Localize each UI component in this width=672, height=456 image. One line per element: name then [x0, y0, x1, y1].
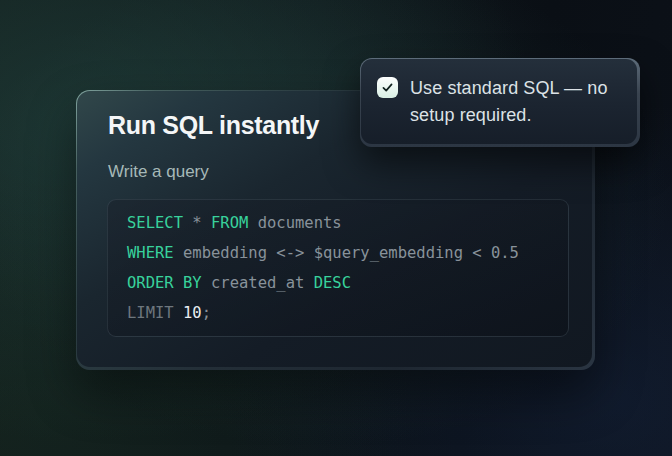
code-token: embedding <-> $query_embedding < 0.5	[174, 244, 519, 262]
code-line: LIMIT 10;	[127, 298, 549, 328]
code-token: documents	[248, 214, 341, 232]
code-line: WHERE embedding <-> $query_embedding < 0…	[127, 238, 549, 268]
code-token: DESC	[314, 274, 351, 292]
code-token: LIMIT	[127, 304, 174, 322]
background: Run SQL instantly Write a query SELECT *…	[0, 0, 672, 456]
code-line: SELECT * FROM documents	[127, 208, 549, 238]
card-subtitle: Write a query	[108, 162, 562, 182]
code-line: ORDER BY created_at DESC	[127, 268, 549, 298]
code-token: created_at	[202, 274, 314, 292]
code-token: 10	[174, 304, 202, 322]
code-token: FROM	[211, 214, 248, 232]
check-icon	[381, 81, 394, 94]
code-token: *	[183, 214, 211, 232]
code-token: WHERE	[127, 244, 174, 262]
standard-sql-checkbox[interactable]	[377, 77, 398, 98]
sql-tooltip-body: Use standard SQL — no setup required.	[361, 59, 637, 144]
code-token: ;	[202, 304, 211, 322]
tooltip-label: Use standard SQL — no setup required.	[410, 75, 621, 129]
sql-code-block: SELECT * FROM documentsWHERE embedding <…	[107, 199, 569, 337]
code-token: SELECT	[127, 214, 183, 232]
sql-tooltip: Use standard SQL — no setup required.	[360, 58, 640, 147]
code-token: ORDER BY	[127, 274, 202, 292]
